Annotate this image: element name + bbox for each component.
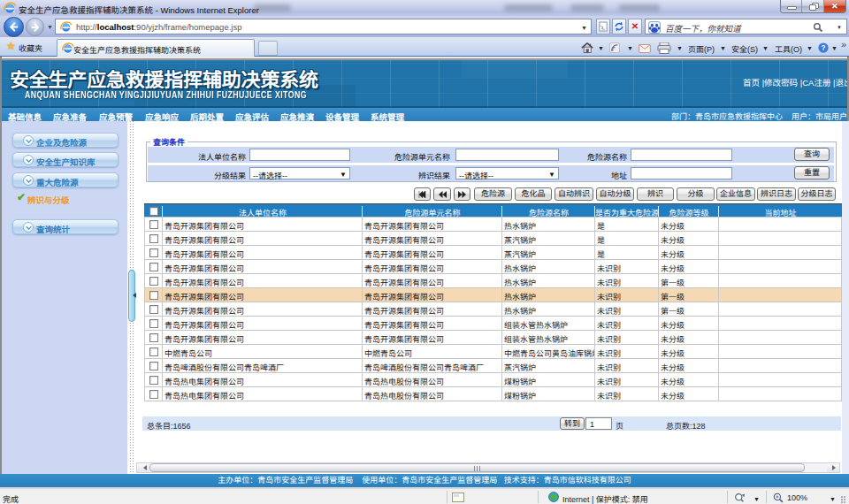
- svg-text:?: ?: [821, 44, 825, 52]
